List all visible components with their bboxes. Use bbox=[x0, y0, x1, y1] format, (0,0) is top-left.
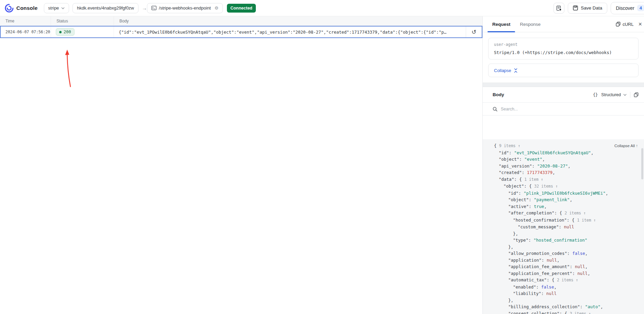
json-key: "automatic_tax" bbox=[508, 277, 547, 282]
topbar-actions: Save Data Discover 4 bbox=[554, 2, 644, 14]
json-punct: : bbox=[519, 157, 524, 162]
json-key: "allow_promotion_codes" bbox=[508, 251, 567, 256]
inspector-tabs: Request Response cURL × bbox=[483, 16, 644, 32]
collapse-all-button[interactable]: Collapse All ↑ bbox=[614, 144, 638, 148]
json-key: "application_fee_percent" bbox=[508, 271, 572, 276]
json-line: "created": 1717743379, bbox=[494, 169, 639, 176]
tab-response[interactable]: Response bbox=[515, 16, 545, 32]
json-value: "evt_1POwilE0b6fckueSYQnAtqaU" bbox=[514, 150, 591, 155]
annotation-arrow bbox=[51, 30, 92, 98]
json-line: }, bbox=[494, 297, 639, 304]
json-key: "application" bbox=[508, 258, 542, 263]
json-key: "custom_message" bbox=[518, 224, 559, 229]
json-line: "object": "event", bbox=[494, 156, 639, 163]
json-punct: , bbox=[554, 284, 557, 290]
json-key: "object" bbox=[499, 157, 519, 162]
column-header-body: Body bbox=[114, 16, 482, 25]
discover-button[interactable]: Discover 4 bbox=[611, 2, 644, 14]
json-punct: , bbox=[544, 204, 547, 209]
close-icon[interactable]: × bbox=[638, 21, 642, 28]
json-line: "enabled": false, bbox=[494, 284, 639, 291]
event-status-cell: 200 bbox=[51, 27, 114, 37]
json-brace: }, bbox=[508, 244, 513, 249]
json-collapse-toggle[interactable]: 32 items ↑ bbox=[534, 184, 558, 189]
json-punct: , bbox=[557, 258, 560, 263]
json-collapse-toggle[interactable]: 1 item ↑ bbox=[524, 177, 543, 182]
json-key: "id" bbox=[499, 150, 509, 155]
json-key: "billing_address_collection" bbox=[508, 304, 580, 309]
json-punct: : bbox=[570, 264, 575, 269]
json-punct: , bbox=[552, 170, 555, 175]
view-mode-select[interactable]: Structured bbox=[601, 92, 627, 97]
column-header-status: Status bbox=[51, 16, 114, 25]
json-value: "payment_link" bbox=[534, 197, 569, 202]
json-brace: }, bbox=[513, 231, 518, 236]
json-collapse-toggle[interactable]: 2 items ↑ bbox=[557, 278, 578, 282]
request-inspector-panel: Request Response cURL × user-agent Strip… bbox=[482, 16, 644, 314]
status-code: 200 bbox=[64, 30, 71, 34]
json-value: false bbox=[541, 284, 554, 290]
json-line: "application": null, bbox=[494, 257, 639, 264]
json-line: "object": { 32 items ↑ bbox=[494, 183, 639, 190]
json-punct: , bbox=[568, 163, 571, 169]
json-line: "active": true, bbox=[494, 203, 639, 210]
json-line: "liability": null bbox=[494, 290, 639, 297]
json-brace: { bbox=[494, 143, 499, 148]
json-punct: : bbox=[528, 238, 533, 243]
event-log-button[interactable] bbox=[554, 3, 564, 14]
topbar: Console stripe hkdk.events/4nabxg29fgf0z… bbox=[0, 0, 644, 16]
retry-cell: ↺ bbox=[466, 27, 482, 37]
json-line: "custom_message": null bbox=[494, 224, 639, 230]
json-search[interactable]: Search... bbox=[483, 103, 644, 116]
json-key: "application_fee_amount" bbox=[508, 264, 570, 269]
save-data-button[interactable]: Save Data bbox=[568, 3, 607, 14]
json-punct: : bbox=[529, 197, 534, 202]
view-mode-value: Structured bbox=[601, 92, 621, 97]
json-punct: : bbox=[518, 191, 524, 196]
json-collapse-toggle[interactable]: 9 items ↑ bbox=[499, 143, 520, 148]
json-collapse-toggle[interactable]: 3 items ↑ bbox=[570, 311, 591, 314]
events-table: Time Status Body 2024-06-07 07:56:20 200… bbox=[0, 16, 482, 314]
json-collapse-toggle[interactable]: 1 item ↑ bbox=[577, 218, 596, 223]
json-punct: , bbox=[585, 264, 588, 269]
collapse-card: Collapse bbox=[488, 64, 639, 77]
json-value: "auto" bbox=[585, 304, 600, 309]
curl-label: cURL bbox=[623, 22, 634, 27]
event-url-field[interactable]: hkdk.events/4nabxg29fgf0zw bbox=[72, 3, 138, 13]
json-key: "object" bbox=[508, 197, 529, 202]
json-punct: , bbox=[588, 271, 590, 276]
json-punct: : bbox=[580, 304, 585, 309]
search-placeholder: Search... bbox=[501, 107, 518, 111]
destination-field[interactable]: /stripe-webhooks-endpoint ⚙ bbox=[147, 3, 223, 13]
destination-text: /stripe-webhooks-endpoint bbox=[159, 5, 211, 11]
json-line: "allow_promotion_codes": false, bbox=[494, 250, 639, 257]
retry-icon[interactable]: ↺ bbox=[472, 29, 476, 36]
json-line: }, bbox=[494, 244, 639, 250]
json-punct: , bbox=[542, 157, 545, 162]
json-key: "consent_collection" bbox=[508, 311, 560, 314]
json-value: "event" bbox=[524, 157, 542, 162]
json-key: "enabled" bbox=[513, 284, 536, 290]
json-punct: : { bbox=[567, 217, 577, 223]
connection-status-badge: Connected bbox=[227, 4, 256, 13]
json-collapse-toggle[interactable]: 2 items ↑ bbox=[565, 211, 586, 215]
json-punct: : bbox=[542, 258, 547, 263]
curl-button[interactable]: cURL bbox=[616, 22, 634, 27]
tab-request[interactable]: Request bbox=[488, 16, 515, 32]
json-punct: : bbox=[529, 204, 534, 209]
json-value: true bbox=[534, 204, 544, 209]
json-value: "plink_1POwilE0b6fckueSI6vjWMEi" bbox=[524, 191, 606, 196]
gear-icon[interactable]: ⚙ bbox=[215, 5, 219, 11]
table-row[interactable]: 2024-06-07 07:56:20 200 {"id":"evt_1POwi… bbox=[0, 26, 482, 38]
collapse-headers-button[interactable]: Collapse bbox=[494, 68, 518, 73]
json-tree: { 9 items ↑"id": "evt_1POwilE0b6fckueSYQ… bbox=[494, 142, 639, 314]
copy-icon bbox=[616, 22, 621, 27]
copy-body-button[interactable] bbox=[634, 92, 639, 97]
json-punct: : bbox=[541, 291, 546, 296]
json-punct: , bbox=[606, 191, 608, 196]
source-selector-label: stripe bbox=[48, 5, 59, 11]
scrollbar-thumb[interactable] bbox=[641, 148, 643, 179]
body-section-header: Body {} Structured bbox=[483, 87, 644, 103]
source-selector[interactable]: stripe bbox=[44, 3, 69, 13]
json-punct: : bbox=[536, 284, 541, 290]
